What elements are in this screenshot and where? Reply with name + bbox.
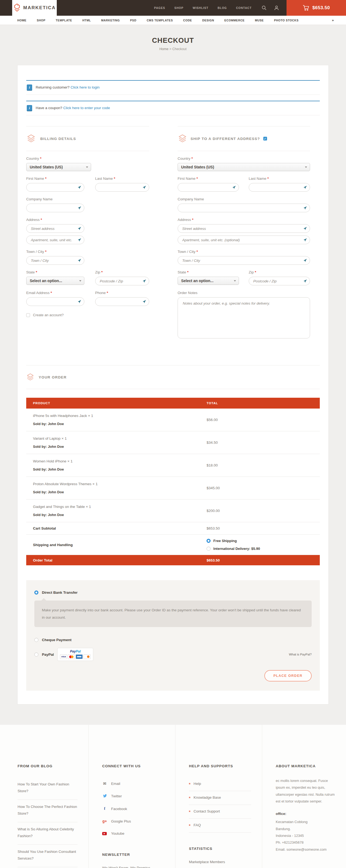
shipping-zip-input[interactable] <box>249 277 310 285</box>
product-name[interactable]: Proton Absolute Wordpress Themes × 1 <box>33 482 207 486</box>
social-google-plus[interactable]: g+ Google Plus <box>102 815 164 827</box>
list-item[interactable]: How To Start Your Own Fashion Store? <box>18 777 77 800</box>
shipping-state-select[interactable]: Select an option... <box>178 277 239 285</box>
order-notes-textarea[interactable] <box>178 297 310 338</box>
radio-selected-icon[interactable] <box>34 590 38 594</box>
billing-town-field[interactable] <box>31 258 77 262</box>
search-icon[interactable] <box>262 5 267 10</box>
more-categories-icon[interactable]: » <box>332 18 334 22</box>
social-youtube[interactable]: ▶ Youtube <box>102 827 164 840</box>
billing-email-field[interactable] <box>31 300 77 304</box>
direct-bank-transfer-label[interactable]: Direct Bank Transfer <box>42 590 77 594</box>
radio-unselected-icon[interactable] <box>34 652 38 656</box>
billing-address1-input[interactable] <box>26 224 84 233</box>
shipping-address1-input[interactable] <box>178 224 310 233</box>
billing-first-name-input[interactable] <box>26 183 84 192</box>
subnav-code[interactable]: CODE <box>178 19 197 22</box>
coupon-link[interactable]: Click here to enter your code <box>63 106 110 110</box>
billing-email-input[interactable] <box>26 297 84 306</box>
radio-unselected-icon[interactable] <box>207 547 211 551</box>
billing-state-select[interactable]: Select an option... <box>26 277 84 285</box>
login-link[interactable]: Click here to login <box>71 85 100 89</box>
shipping-company-field[interactable] <box>182 206 303 210</box>
billing-zip-input[interactable] <box>95 277 149 285</box>
subnav-home[interactable]: HOME <box>12 19 32 22</box>
cheque-payment-label[interactable]: Cheque Payment <box>42 638 72 642</box>
subnav-design[interactable]: DESIGN <box>197 19 219 22</box>
direct-bank-transfer-option[interactable]: Direct Bank Transfer <box>34 590 312 594</box>
international-delivery-label[interactable]: International Delivery: $5.90 <box>213 547 260 551</box>
billing-phone-field[interactable] <box>100 300 142 304</box>
office-line: Ph. +6212345678 <box>276 839 335 846</box>
shipping-last-name-input[interactable] <box>249 183 310 192</box>
user-icon[interactable] <box>274 5 279 10</box>
subnav-psd[interactable]: PSD <box>125 19 141 22</box>
subnav-marketing[interactable]: MARKETING <box>96 19 125 22</box>
shipping-last-name-label: Last Name * <box>249 177 310 181</box>
shipping-address1-field[interactable] <box>182 227 303 231</box>
shipping-zip-field[interactable] <box>253 279 303 283</box>
top-nav-shop[interactable]: SHOP <box>174 6 183 9</box>
billing-company-field[interactable] <box>31 206 77 210</box>
subnav-ecommerce[interactable]: ECOMMERCE <box>219 19 250 22</box>
subnav-template[interactable]: TEMPLATE <box>50 19 77 22</box>
list-item[interactable]: What is So Alluring About Celebrity Fash… <box>18 822 77 845</box>
top-nav-wishlist[interactable]: WISHLIST <box>193 6 208 9</box>
ship-different-checkbox[interactable]: ✓ <box>263 137 267 141</box>
paypal-option[interactable]: PayPal PayPal VISA What is PayPal? <box>34 648 312 661</box>
top-nav-blog[interactable]: BLOG <box>218 6 227 9</box>
subnav-shop[interactable]: SHOP <box>32 19 50 22</box>
brand-logo[interactable]: MARKETICA <box>12 0 57 16</box>
product-name[interactable]: iPhone 5s with Headphones Jack × 1 <box>33 414 207 418</box>
product-name[interactable]: Women Hold iPhone × 1 <box>33 459 207 463</box>
subnav-photo-stocks[interactable]: PHOTO STOCKS <box>269 19 304 22</box>
free-shipping-label[interactable]: Free Shipping <box>213 539 237 543</box>
billing-last-name-input[interactable] <box>95 183 149 192</box>
social-email[interactable]: ✉ Email <box>102 777 164 790</box>
product-name[interactable]: Gadget and Things on the Table × 1 <box>33 505 207 509</box>
create-account-label[interactable]: Create an account? <box>33 313 64 317</box>
shipping-address2-field[interactable] <box>182 238 303 242</box>
free-shipping-option[interactable]: Free Shipping <box>207 539 313 543</box>
shipping-first-name-input[interactable] <box>178 183 239 192</box>
paypal-label[interactable]: PayPal <box>42 652 54 656</box>
product-name[interactable]: Variant of Laptop × 1 <box>33 436 207 440</box>
social-twitter[interactable]: Twitter <box>102 790 164 803</box>
billing-zip-field[interactable] <box>100 279 142 283</box>
list-item[interactable]: Should You Use Fashion Consultant Servic… <box>18 845 77 867</box>
international-delivery-option[interactable]: International Delivery: $5.90 <box>207 547 313 551</box>
radio-selected-icon[interactable] <box>207 539 211 543</box>
dropdown-arrow-icon <box>79 280 81 282</box>
shipping-town-field[interactable] <box>182 258 303 262</box>
shipping-first-name-field[interactable] <box>182 185 232 189</box>
cheque-payment-option[interactable]: Cheque Payment <box>34 638 312 642</box>
billing-phone-input[interactable] <box>95 297 149 306</box>
subnav-html[interactable]: HTML <box>77 19 96 22</box>
shipping-country-select[interactable]: United States (US) <box>178 163 310 171</box>
statistics-title: STATISTICS <box>189 847 251 851</box>
billing-last-name-field[interactable] <box>100 185 142 189</box>
shipping-company-input[interactable] <box>178 204 310 212</box>
create-account-checkbox[interactable] <box>26 313 30 317</box>
top-nav-contact[interactable]: CONTACT <box>236 6 252 9</box>
cart-button[interactable]: $653.50 <box>286 0 346 16</box>
billing-company-input[interactable] <box>26 204 84 212</box>
billing-address2-field[interactable] <box>31 238 77 242</box>
breadcrumb-home[interactable]: Home <box>160 47 168 51</box>
shipping-last-name-field[interactable] <box>253 185 303 189</box>
shipping-town-input[interactable] <box>178 256 310 265</box>
billing-town-input[interactable] <box>26 256 84 265</box>
billing-first-name-field[interactable] <box>31 185 77 189</box>
billing-address1-field[interactable] <box>31 227 77 231</box>
billing-country-select[interactable]: United States (US) <box>26 163 91 171</box>
what-is-paypal-link[interactable]: What is PayPal? <box>289 653 312 656</box>
shipping-address2-input[interactable] <box>178 236 310 244</box>
social-facebook[interactable]: f Facebook <box>102 803 164 815</box>
billing-address2-input[interactable] <box>26 236 84 244</box>
place-order-button[interactable]: PLACE ORDER <box>264 670 312 681</box>
subnav-cms-templates[interactable]: CMS TEMPLATES <box>142 19 178 22</box>
subnav-muse[interactable]: MUSE <box>250 19 269 22</box>
top-nav-pages[interactable]: PAGES <box>154 6 165 9</box>
list-item[interactable]: How To Choose The Perfect Fashion Store? <box>18 800 77 822</box>
radio-unselected-icon[interactable] <box>34 638 38 642</box>
